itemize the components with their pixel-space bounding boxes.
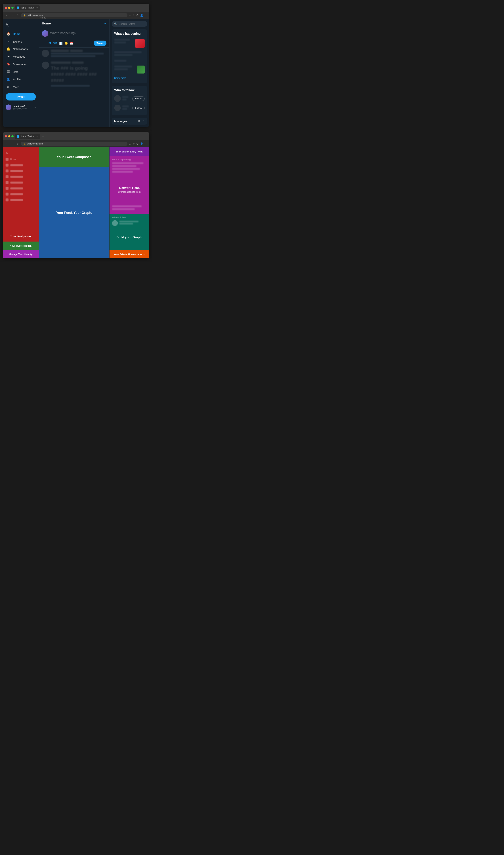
emoji-icon[interactable]: 😊: [65, 42, 68, 45]
manage-identity-area: Manage Your identity.: [3, 250, 39, 258]
gif-icon[interactable]: GIF: [53, 42, 57, 45]
whats-happening-section: What's happening: [112, 29, 147, 83]
sidebar-item-home[interactable]: 🏠 Home: [3, 30, 38, 38]
follow-button-2[interactable]: Follow: [132, 106, 145, 110]
user-info: note-to-self @sbgriffi_notes: [13, 105, 32, 110]
tab-close-button[interactable]: ✕: [36, 7, 38, 9]
nav-blur-profile: [3, 191, 39, 197]
messages-bar: Messages ✏ ⌃: [112, 118, 147, 125]
download-icon[interactable]: ⤓: [129, 14, 131, 17]
whats-happening-blur: What's happening: [112, 158, 147, 161]
browser-dots-row: 𝕏 Home / Twitter ✕ +: [5, 5, 147, 10]
tweet-composer-label: Your Tweet Composer.: [57, 155, 91, 159]
collapse-messages-icon[interactable]: ⌃: [142, 120, 145, 123]
sidebar-item-lists-label: Lists: [13, 70, 18, 73]
user-profile-bar[interactable]: note-to-self @sbgriffi_notes ···: [3, 103, 39, 112]
user-menu-dots[interactable]: ···: [34, 106, 36, 109]
trending-item-4[interactable]: [114, 64, 145, 75]
refresh-button[interactable]: ↻: [16, 13, 19, 17]
trending-blur-ann-5: [112, 205, 142, 207]
new-tab-button-2[interactable]: +: [41, 134, 45, 139]
messages-icons: ✏ ⌃: [138, 120, 145, 123]
tab-title: Home / Twitter: [20, 6, 34, 9]
back-button[interactable]: ←: [5, 13, 9, 17]
follow-avatar-1: [114, 95, 121, 102]
composer-overlay: Home Your Tweet Composer.: [39, 147, 109, 167]
nav-blur-bookmarks: [3, 180, 39, 185]
messages-icon: ✉: [6, 55, 10, 58]
blur-notifications-icon: [6, 170, 8, 172]
profile-icon-2[interactable]: 👤: [140, 142, 143, 145]
menu-icon[interactable]: ⋮: [145, 14, 147, 17]
follow-item-2: Follow: [114, 103, 145, 113]
trending-item-3[interactable]: [114, 58, 145, 64]
tweet-submit-button[interactable]: Tweet: [94, 40, 106, 46]
address-bar[interactable]: 🔒 twitter.com/home: [21, 13, 127, 17]
trending-item-1[interactable]: [114, 37, 145, 50]
forward-button-2[interactable]: →: [10, 142, 14, 146]
refresh-button-2[interactable]: ↻: [16, 142, 19, 146]
back-button-2[interactable]: ←: [5, 142, 9, 146]
blur-messages-icon: [6, 175, 8, 178]
tweet-text-line1: [51, 53, 104, 54]
maximize-dot[interactable]: [12, 7, 14, 9]
browser-titlebar-2: 𝕏 Home / Twitter ✕ +: [3, 132, 149, 140]
extensions-icon[interactable]: ⚙: [136, 14, 139, 17]
show-more-link[interactable]: Show more: [114, 75, 145, 81]
forward-button[interactable]: →: [10, 13, 14, 17]
compose-actions: 🖼 GIF 📊 😊 📅 Tweet: [39, 39, 109, 48]
url-text: twitter.com/home: [27, 14, 43, 17]
star-icon[interactable]: ☆: [132, 14, 135, 17]
trending-item-2[interactable]: [114, 50, 145, 58]
new-tab-button[interactable]: +: [41, 5, 45, 10]
sidebar-item-profile[interactable]: 👤 Profile: [3, 76, 38, 83]
twitter-logo-icon[interactable]: 𝕏: [6, 23, 9, 27]
compose-message-icon[interactable]: ✏: [138, 120, 141, 123]
close-dot-2[interactable]: [5, 135, 7, 138]
sidebar-item-more[interactable]: ⊕ More: [3, 83, 38, 91]
tweet-text-line2: [51, 55, 95, 57]
logo-blur: 𝕏: [6, 151, 8, 155]
sidebar-item-profile-label: Profile: [13, 78, 21, 81]
sidebar-item-lists[interactable]: ☰ Lists: [3, 68, 38, 75]
search-placeholder-text: Search Twitter: [119, 22, 135, 25]
profile-icon[interactable]: 👤: [140, 14, 143, 17]
tweet-avatar: [42, 50, 49, 57]
sidebar-item-explore-label: Explore: [13, 40, 22, 43]
extensions-icon-2[interactable]: ⚙: [136, 142, 139, 145]
tweet-button[interactable]: Tweet: [6, 93, 36, 101]
address-bar-2[interactable]: 🔒 twitter.com/home: [21, 142, 127, 146]
follow-handle-blur-ann: [119, 223, 133, 225]
star-icon-2[interactable]: ☆: [132, 142, 135, 145]
main-navigation: 🏠 Home # Explore 🔔 Notifications ✉ Messa…: [3, 30, 39, 91]
search-box[interactable]: 🔍 Search Twitter: [112, 21, 147, 27]
menu-icon-2[interactable]: ⋮: [145, 142, 147, 145]
sidebar-item-bookmarks[interactable]: 🔖 Bookmarks: [3, 60, 38, 68]
download-icon-2[interactable]: ⤓: [129, 142, 131, 145]
poll-icon[interactable]: 📊: [59, 42, 62, 45]
sidebar-item-notifications[interactable]: 🔔 Notifications: [3, 45, 38, 53]
minimize-dot[interactable]: [8, 7, 10, 9]
browser-titlebar-1: 𝕏 Home / Twitter ✕ +: [3, 4, 149, 12]
close-dot[interactable]: [5, 7, 7, 9]
sidebar-item-more-label: More: [13, 86, 19, 89]
active-tab[interactable]: 𝕏 Home / Twitter ✕: [15, 5, 40, 10]
trending-blur-ann-2: [112, 165, 136, 167]
tweet-content: [51, 50, 106, 57]
compose-input[interactable]: What's happening?: [50, 30, 106, 35]
trending-blur-6: [114, 66, 132, 68]
follow-button-1[interactable]: Follow: [132, 96, 145, 101]
maximize-dot-2[interactable]: [12, 135, 14, 138]
who-to-follow-title: Who to follow: [114, 88, 145, 92]
schedule-icon[interactable]: 📅: [70, 42, 73, 45]
image-upload-icon[interactable]: 🖼: [48, 42, 51, 45]
sidebar-item-messages-label: Messages: [13, 55, 25, 58]
who-to-follow-blur: Who to follow: [112, 216, 147, 219]
active-tab-2[interactable]: 𝕏 Home / Twitter ✕: [15, 134, 40, 139]
nav-blur-explore: [3, 162, 39, 168]
sidebar-item-explore[interactable]: # Explore: [3, 38, 38, 45]
sparkle-icon[interactable]: ✦: [104, 21, 106, 25]
tab-close-button-2[interactable]: ✕: [36, 135, 38, 138]
sidebar-item-messages[interactable]: ✉ Messages: [3, 53, 38, 60]
minimize-dot-2[interactable]: [8, 135, 10, 138]
